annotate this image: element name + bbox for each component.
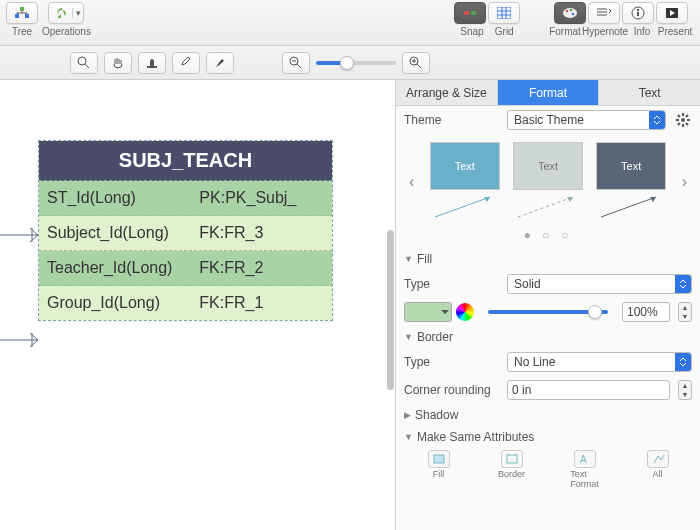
style-swatch[interactable]: Text — [596, 142, 666, 190]
stamp-icon — [145, 56, 159, 70]
svg-marker-38 — [567, 197, 573, 202]
corner-rounding-label: Corner rounding — [404, 383, 499, 397]
connector-lines — [0, 80, 40, 430]
shadow-section-header[interactable]: ▶Shadow — [396, 404, 700, 426]
style-tool-button[interactable] — [138, 52, 166, 74]
operations-button[interactable]: ▾ — [48, 2, 84, 24]
svg-point-14 — [78, 57, 86, 65]
snap-label: Snap — [460, 26, 483, 37]
svg-rect-1 — [15, 14, 19, 18]
entity-row[interactable]: ST_Id(Long) PK:PK_Subj_ — [39, 181, 332, 216]
svg-rect-0 — [20, 7, 24, 11]
svg-line-35 — [435, 197, 490, 217]
zoom-in-button[interactable] — [402, 52, 430, 74]
zoom-out-button[interactable] — [282, 52, 310, 74]
snap-button[interactable] — [454, 2, 486, 24]
corner-rounding-stepper[interactable]: ▲▼ — [678, 380, 692, 400]
entity-row[interactable]: Subject_Id(Long) FK:FR_3 — [39, 216, 332, 251]
canvas-scrollbar[interactable] — [387, 230, 394, 390]
style-arrow-preview — [513, 192, 583, 222]
style-arrow-preview — [596, 192, 666, 222]
svg-marker-36 — [484, 197, 490, 202]
border-type-value: No Line — [514, 355, 555, 369]
entity-row[interactable]: Group_Id(Long) FK:FR_1 — [39, 286, 332, 320]
svg-rect-3 — [464, 11, 469, 15]
tab-arrange-size[interactable]: Arrange & Size — [396, 80, 498, 106]
zoom-out-icon — [289, 56, 303, 70]
swatch-page-dots[interactable]: ● ○ ○ — [396, 226, 700, 248]
info-button[interactable] — [622, 2, 654, 24]
fill-section-header[interactable]: ▼Fill — [396, 248, 700, 270]
svg-rect-41 — [434, 455, 444, 463]
zoom-slider-knob[interactable] — [340, 56, 354, 70]
eyedropper-tool-button[interactable] — [172, 52, 200, 74]
fill-icon — [428, 450, 450, 468]
make-same-section-header[interactable]: ▼Make Same Attributes — [396, 426, 700, 448]
fill-color-well[interactable] — [404, 302, 452, 322]
svg-rect-4 — [471, 11, 476, 15]
pan-tool-button[interactable] — [104, 52, 132, 74]
entity-row[interactable]: Teacher_Id(Long) FK:FR_2 — [39, 251, 332, 286]
format-label: Format — [548, 26, 582, 37]
entity-col-name: Group_Id(Long) — [47, 294, 199, 312]
style-swatch[interactable]: Text — [513, 142, 583, 190]
svg-rect-11 — [637, 9, 639, 11]
all-icon — [647, 450, 669, 468]
theme-select[interactable]: Basic Theme — [507, 110, 666, 130]
canvas[interactable]: SUBJ_TEACH ST_Id(Long) PK:PK_Subj_ Subje… — [0, 80, 395, 530]
svg-line-33 — [678, 123, 680, 125]
canvas-toolbar — [0, 46, 700, 80]
svg-line-32 — [686, 123, 688, 125]
svg-line-23 — [417, 64, 421, 68]
entity-table[interactable]: SUBJ_TEACH ST_Id(Long) PK:PK_Subj_ Subje… — [38, 140, 333, 321]
entity-col-key: FK:FR_2 — [199, 259, 324, 277]
corner-rounding-field[interactable]: 0 in — [507, 380, 670, 400]
tab-text[interactable]: Text — [599, 80, 700, 106]
style-swatch[interactable]: Text — [430, 142, 500, 190]
border-type-select[interactable]: No Line — [507, 352, 692, 372]
brush-icon — [213, 56, 227, 70]
format-button[interactable] — [554, 2, 586, 24]
svg-point-7 — [570, 9, 573, 12]
select-arrows-icon — [649, 111, 665, 129]
hypernote-label: Hypernote — [582, 26, 628, 37]
entity-col-name: Teacher_Id(Long) — [47, 259, 199, 277]
border-section-header[interactable]: ▼Border — [396, 326, 700, 348]
tree-button[interactable] — [6, 2, 38, 24]
svg-point-8 — [572, 13, 575, 16]
select-arrows-icon — [675, 275, 691, 293]
entity-col-name: ST_Id(Long) — [47, 189, 199, 207]
tab-format[interactable]: Format — [498, 80, 600, 106]
same-text-format-button[interactable]: A Text Format — [550, 450, 619, 489]
present-button[interactable] — [656, 2, 688, 24]
fill-type-select[interactable]: Solid — [507, 274, 692, 294]
same-all-button[interactable]: All — [623, 450, 692, 489]
svg-line-39 — [601, 197, 656, 217]
zoom-tool-button[interactable] — [70, 52, 98, 74]
present-label: Present — [656, 26, 694, 37]
fill-opacity-stepper[interactable]: ▲▼ — [678, 302, 692, 322]
swatch-prev-button[interactable]: ‹ — [407, 173, 417, 191]
same-fill-button[interactable]: Fill — [404, 450, 473, 489]
same-border-button[interactable]: Border — [477, 450, 546, 489]
grid-icon — [497, 7, 511, 19]
zoom-slider[interactable] — [316, 61, 396, 65]
swatch-next-button[interactable]: › — [679, 173, 689, 191]
fill-opacity-field[interactable]: 100% — [622, 302, 670, 322]
svg-rect-16 — [147, 66, 157, 68]
fill-type-value: Solid — [514, 277, 541, 291]
hypernote-button[interactable] — [588, 2, 620, 24]
fill-opacity-slider[interactable] — [488, 310, 608, 314]
color-picker-button[interactable] — [456, 303, 474, 321]
border-icon — [501, 450, 523, 468]
palette-icon — [562, 7, 578, 19]
opacity-slider-knob[interactable] — [588, 305, 602, 319]
svg-point-26 — [681, 118, 685, 122]
theme-gear-button[interactable] — [674, 111, 692, 129]
fill-type-label: Type — [404, 277, 499, 291]
svg-text:A: A — [580, 454, 587, 465]
brush-tool-button[interactable] — [206, 52, 234, 74]
svg-line-31 — [678, 115, 680, 117]
grid-button[interactable] — [488, 2, 520, 24]
svg-line-15 — [85, 64, 89, 68]
